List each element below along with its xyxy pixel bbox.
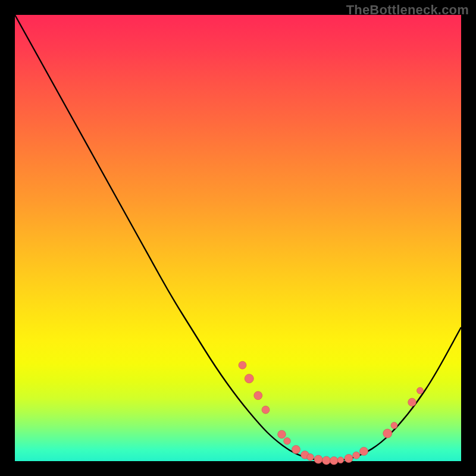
data-point [284, 437, 291, 444]
chart-frame: TheBottleneck.com [0, 0, 476, 476]
data-point [292, 446, 300, 454]
bottleneck-curve [15, 15, 461, 461]
data-points-group [239, 361, 424, 465]
data-point [262, 406, 270, 414]
data-point [330, 456, 338, 465]
data-point [239, 361, 246, 369]
plot-area [15, 15, 461, 461]
data-point [337, 457, 344, 464]
data-point [353, 452, 360, 459]
data-point [314, 455, 322, 464]
data-point [360, 447, 368, 456]
data-point [417, 387, 424, 394]
data-point [307, 453, 314, 461]
curve-layer [15, 15, 461, 461]
data-point [391, 422, 397, 429]
data-point [245, 374, 253, 383]
data-point [345, 455, 353, 463]
data-point [322, 456, 331, 465]
data-point [383, 429, 392, 438]
data-point [278, 430, 286, 439]
data-point [254, 392, 262, 400]
data-point [408, 398, 416, 406]
